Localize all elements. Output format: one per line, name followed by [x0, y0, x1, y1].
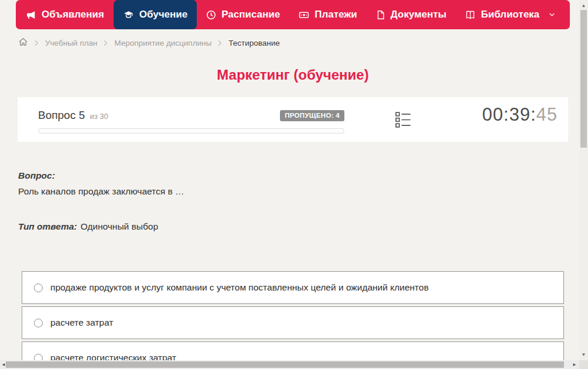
page-title: Маркетинг (обучение) [0, 67, 586, 83]
scrollbar-corner [579, 360, 588, 369]
answer-options: продаже продуктов и услуг компании с уче… [22, 271, 564, 369]
chevron-down-icon [549, 12, 555, 17]
question-total: из 30 [90, 112, 108, 121]
progress-bar [38, 128, 344, 134]
scroll-down-arrow-icon[interactable]: ▼ [579, 350, 588, 359]
quiz-page: Объявления Обучение Расписание Платежи Д… [0, 0, 588, 369]
vertical-scrollbar-thumb[interactable] [580, 10, 587, 148]
scroll-up-arrow-icon[interactable]: ▲ [579, 1, 588, 10]
banknote-icon [299, 10, 309, 20]
question-list-button[interactable] [395, 112, 411, 130]
nav-item-label: Платежи [314, 9, 357, 20]
book-icon [465, 10, 476, 20]
breadcrumb-curriculum[interactable]: Учебный план [45, 39, 97, 47]
question-number: Вопрос 5 [38, 109, 85, 121]
chevron-right-icon [218, 40, 222, 46]
question-block: Вопрос: Роль каналов продаж заключается … [18, 170, 563, 197]
answer-option-label: расчете затрат [50, 317, 113, 328]
nav-item-library[interactable]: Библиотека [456, 0, 565, 29]
answer-option-label: продаже продуктов и услуг компании с уче… [50, 282, 429, 293]
nav-item-label: Документы [391, 9, 447, 20]
nav-item-payments[interactable]: Платежи [289, 0, 367, 29]
scroll-right-arrow-icon[interactable]: ► [571, 360, 578, 369]
question-progress-section: Вопрос 5 из 30 ПРОПУЩЕНО: 4 [38, 109, 344, 134]
main-nav: Объявления Обучение Расписание Платежи Д… [16, 0, 570, 29]
document-icon [376, 10, 385, 20]
question-text: Роль каналов продаж заключается в … [18, 186, 563, 197]
question-heading: Вопрос: [18, 170, 563, 181]
answer-option-2[interactable]: расчете затрат [22, 306, 564, 339]
nav-item-label: Расписание [221, 9, 280, 20]
clock-icon [206, 10, 216, 20]
timer-seconds: 45 [536, 104, 558, 125]
answer-type-label: Тип ответа: [18, 221, 77, 231]
chevron-right-icon [104, 40, 108, 46]
graduation-cap-icon [123, 10, 134, 20]
megaphone-icon [26, 10, 36, 20]
skipped-badge: ПРОПУЩЕНО: 4 [280, 110, 344, 121]
radio-button-icon[interactable] [34, 283, 43, 292]
vertical-scrollbar[interactable]: ▲ ▼ [579, 0, 588, 360]
nav-item-label: Объявления [42, 9, 104, 20]
answer-option-1[interactable]: продаже продуктов и услуг компании с уче… [22, 271, 564, 304]
breadcrumb-testing: Тестирование [228, 39, 280, 47]
question-counter: Вопрос 5 из 30 [38, 109, 108, 122]
question-card: Вопрос 5 из 30 ПРОПУЩЕНО: 4 00:39:45 [18, 97, 568, 142]
home-icon[interactable] [18, 37, 28, 49]
nav-item-announcements[interactable]: Объявления [17, 0, 114, 29]
horizontal-scrollbar[interactable]: ◄ ► [0, 360, 579, 369]
timer-hours-minutes: 00:39: [482, 104, 536, 125]
chevron-right-icon [35, 40, 39, 46]
timer: 00:39:45 [482, 104, 558, 125]
answer-type-value: Одиночный выбор [81, 221, 159, 231]
nav-item-label: Библиотека [481, 9, 539, 20]
answer-type-block: Тип ответа:Одиночный выбор [18, 221, 158, 232]
nav-item-documents[interactable]: Документы [367, 0, 456, 29]
nav-item-schedule[interactable]: Расписание [197, 0, 289, 29]
nav-item-learning[interactable]: Обучение [114, 0, 197, 29]
nav-item-label: Обучение [139, 9, 187, 20]
horizontal-scrollbar-thumb[interactable] [6, 361, 564, 368]
breadcrumb: Учебный план Мероприятие дисциплины Тест… [18, 37, 280, 49]
breadcrumb-discipline-event[interactable]: Мероприятие дисциплины [114, 39, 211, 47]
question-list-icon [395, 119, 411, 129]
radio-button-icon[interactable] [34, 319, 43, 327]
